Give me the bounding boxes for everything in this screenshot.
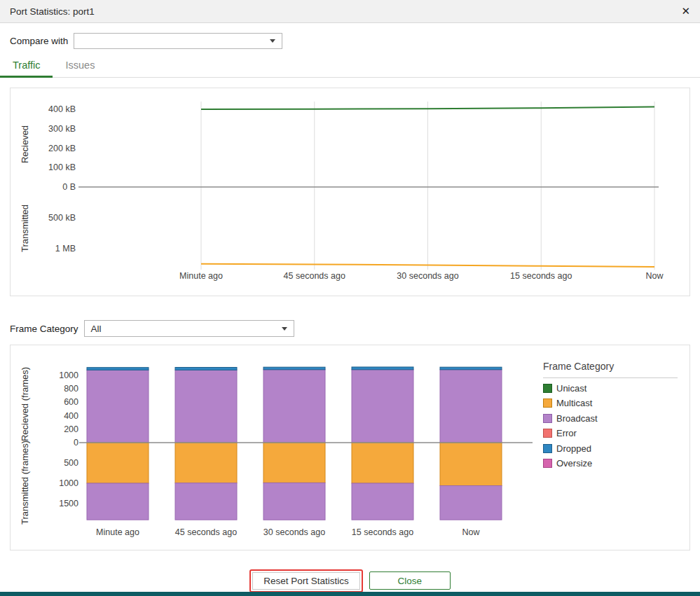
legend-item-dropped: Dropped [543,443,678,454]
multicast-swatch-icon [543,399,552,408]
bar-segment-transmitted-broadcast [175,483,237,520]
reset-port-statistics-button[interactable]: Reset Port Statistics [252,572,360,590]
x-tick-label: 45 seconds ago [284,271,345,281]
x-tick-label: Now [645,271,664,281]
bar-segment-received-broadcast [440,370,502,443]
bar-segment-transmitted-multicast [263,443,325,483]
bar-segment-transmitted-broadcast [352,483,413,520]
bar-segment-received-dropped [263,367,325,370]
bar-segment-received-dropped [352,367,413,370]
port-statistics-dialog: Port Statistics: port1 ✕ Compare with Tr… [0,0,700,596]
x-tick-label: Minute ago [96,527,139,537]
bar-segment-transmitted-multicast [87,443,149,483]
y-tick-label: 1500 [59,499,78,508]
legend-item-multicast: Multicast [543,398,678,408]
y-tick-label: 100 kB [48,162,76,172]
x-tick-label: 30 seconds ago [397,271,458,281]
compare-with-dropdown[interactable] [74,33,282,49]
bar-segment-transmitted-broadcast [263,483,325,520]
legend-item-error: Error [543,428,678,438]
unicast-swatch-icon [543,384,552,393]
received-frames-axis-label: Recieved (frames) [20,367,30,441]
broadcast-swatch-icon [543,414,552,423]
tab-issues[interactable]: Issues [53,56,107,78]
tab-bar: Traffic Issues [0,56,700,78]
bar-segment-received-dropped [175,368,237,370]
y-tick-label: 300 kB [48,124,76,134]
y-tick-label: 500 kB [48,213,76,223]
close-icon[interactable]: ✕ [681,4,690,18]
transmitted-frames-axis-label: Transmitted (frames) [20,441,30,525]
bar-segment-transmitted-multicast [175,443,237,483]
chevron-down-icon [270,39,275,43]
y-tick-label: 400 [64,411,78,421]
y-tick-label: 1 MB [55,244,76,254]
frame-category-row: Frame Category All [10,320,294,337]
bar-segment-received-broadcast [352,370,413,443]
legend-item-unicast: Unicast [543,383,678,394]
x-tick-label: Minute ago [179,271,223,281]
y-tick-label: 0 B [62,182,76,192]
traffic-line-chart: 400 kB300 kB200 kB100 kB0 B500 kB1 MBRec… [11,88,688,294]
x-tick-label: 15 seconds ago [352,527,413,537]
received-axis-label: Recieved [20,125,30,163]
frame-category-dropdown[interactable]: All [84,320,294,337]
bar-segment-received-dropped [440,367,502,370]
y-tick-label: 0 [74,438,78,448]
y-tick-label: 400 kB [48,104,76,114]
legend-title: Frame Category [543,361,678,378]
y-tick-label: 600 [64,397,78,407]
bar-segment-received-broadcast [87,370,149,443]
dropped-swatch-icon [543,444,552,453]
compare-with-label: Compare with [10,36,68,46]
dialog-title: Port Statistics: port1 [10,6,95,17]
dialog-footer: Reset Port Statistics Close [0,568,700,593]
oversize-swatch-icon [543,459,552,468]
tab-traffic[interactable]: Traffic [0,56,53,78]
y-tick-label: 1000 [59,370,78,380]
bar-segment-received-dropped [87,368,149,370]
frame-category-label: Frame Category [10,324,78,334]
y-tick-label: 200 [64,424,78,434]
footer-strip [0,592,700,596]
legend-item-oversize: Oversize [543,458,678,469]
traffic-bytes-chart-panel: 400 kB300 kB200 kB100 kB0 B500 kB1 MBRec… [10,88,690,296]
x-tick-label: 45 seconds ago [175,527,237,537]
close-button[interactable]: Close [369,571,451,590]
dialog-titlebar: Port Statistics: port1 ✕ [0,0,700,23]
y-tick-label: 800 [64,384,78,394]
error-swatch-icon [543,429,552,438]
chevron-down-icon [282,327,287,331]
traffic-frames-chart-panel: 1000800600400200050010001500Recieved (fr… [10,345,690,550]
frame-category-value: All [91,324,102,334]
x-tick-label: 30 seconds ago [263,527,325,537]
reset-button-highlight: Reset Port Statistics [249,569,363,592]
y-tick-label: 500 [64,458,78,468]
bar-segment-received-broadcast [175,370,237,443]
bar-segment-transmitted-multicast [440,443,502,486]
legend-item-broadcast: Broadcast [543,413,678,424]
bar-segment-transmitted-broadcast [87,483,149,520]
y-tick-label: 200 kB [48,144,76,153]
compare-with-row: Compare with [10,33,282,49]
x-tick-label: Now [462,527,480,537]
bar-segment-transmitted-broadcast [440,486,502,520]
x-tick-label: 15 seconds ago [510,271,572,281]
frame-category-legend: Frame Category Unicast Multicast Broadca… [543,361,678,469]
transmitted-axis-label: Transmitted [20,205,30,252]
y-tick-label: 1000 [59,478,78,488]
bar-segment-transmitted-multicast [352,443,413,483]
bar-segment-received-broadcast [263,370,325,443]
